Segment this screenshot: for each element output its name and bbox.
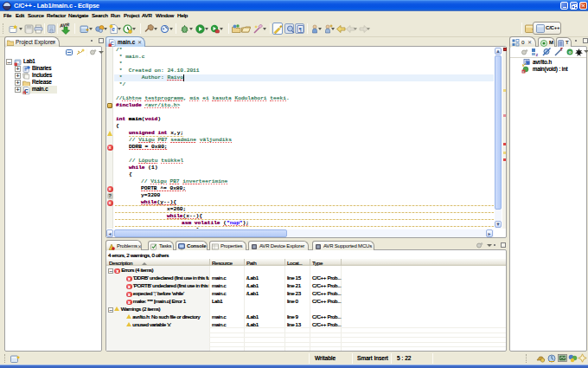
svg-text:x: x — [23, 92, 25, 94]
svg-text:¶: ¶ — [299, 26, 303, 32]
svg-text:z: z — [536, 52, 539, 57]
